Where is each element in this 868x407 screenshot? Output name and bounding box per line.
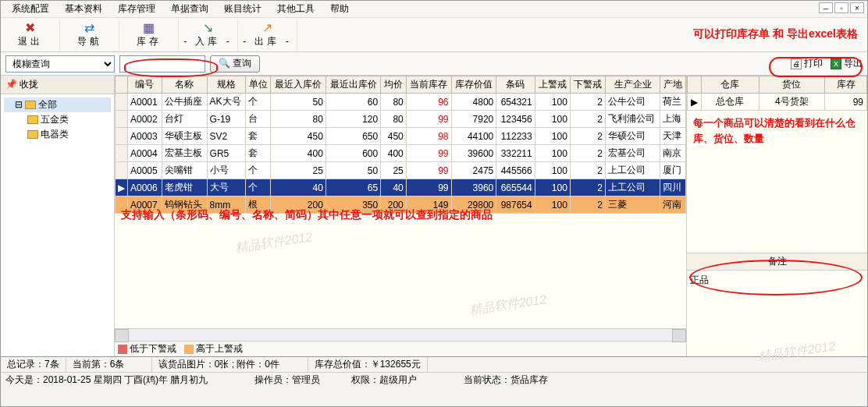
left-header[interactable]: 📌 收拢 bbox=[1, 76, 114, 94]
menubar: 系统配置基本资料库存管理单据查询账目统计其他工具帮助 bbox=[1, 1, 867, 18]
status-page: 当前第：6条 bbox=[66, 357, 152, 372]
menu-item[interactable]: 其他工具 bbox=[269, 0, 322, 18]
status-value: 库存总价值：￥132655元 bbox=[308, 357, 428, 372]
right-panel: 仓库货位库存▶总仓库4号货架99 每一个商品可以清楚的看到在什么仓库、货位、数量… bbox=[686, 76, 867, 356]
table-row[interactable]: A0003华硕主板SV2套45065045098441001122331002华… bbox=[116, 128, 686, 145]
close-button[interactable]: × bbox=[850, 2, 864, 13]
status-bar-2: 今天是：2018-01-25 星期四 丁酉(鸡)年 腊月初九 操作员：管理员 权… bbox=[1, 372, 867, 388]
annotation-top-right: 可以打印库存单 和 导出excel表格 bbox=[693, 27, 858, 41]
toolbar-button[interactable]: ▦库存 bbox=[119, 19, 179, 51]
tree-root[interactable]: ⊟ 全部 bbox=[4, 97, 111, 112]
restore-button[interactable]: ▫ bbox=[834, 2, 848, 13]
col-header[interactable]: 编号 bbox=[128, 76, 162, 94]
window-controls: – ▫ × bbox=[819, 2, 864, 13]
col-header[interactable]: 均价 bbox=[381, 76, 407, 94]
left-panel: 📌 收拢 ⊟ 全部 五金类电器类 bbox=[1, 76, 115, 356]
legend-bar: 低于下警戒 高于上警戒 bbox=[115, 341, 686, 356]
col-header[interactable]: 仓库 bbox=[702, 76, 760, 94]
menu-item[interactable]: 帮助 bbox=[322, 0, 357, 18]
col-header[interactable]: 库存价值 bbox=[451, 76, 496, 94]
table-row[interactable]: ▶总仓库4号货架99 bbox=[688, 94, 867, 111]
toolbar-label: 退出 bbox=[18, 35, 43, 48]
col-header[interactable]: 货位 bbox=[759, 76, 824, 94]
status-date: 今天是：2018-01-25 星期四 丁酉(鸡)年 腊月初九 bbox=[5, 373, 208, 387]
col-header[interactable]: 下警戒 bbox=[570, 76, 605, 94]
status-bar-1: 总记录：7条 当前第：6条 该货品图片：0张 ; 附件：0件 库存总价值：￥13… bbox=[1, 356, 867, 372]
tree-node[interactable]: 五金类 bbox=[4, 112, 111, 127]
circle-notes bbox=[689, 260, 863, 296]
col-header[interactable]: 生产企业 bbox=[606, 76, 660, 94]
menu-item[interactable]: 基本资料 bbox=[57, 0, 110, 18]
toolbar-icon: ↘ bbox=[203, 22, 213, 34]
content-area: 📌 收拢 ⊟ 全部 五金类电器类 编号名称规格单位最近入库价最近出库价均价当前库… bbox=[1, 76, 867, 356]
toolbar-label: 库存 bbox=[137, 35, 162, 48]
toolbar-label: - 出库 - bbox=[243, 35, 292, 48]
status-state: 当前状态：货品库存 bbox=[464, 373, 548, 387]
status-operator: 操作员：管理员 bbox=[254, 373, 320, 387]
toolbar-button[interactable]: ↘- 入库 - bbox=[179, 19, 238, 51]
menu-item[interactable]: 系统配置 bbox=[4, 0, 57, 18]
toolbar-label: - 入库 - bbox=[183, 35, 233, 48]
tree-node[interactable]: 电器类 bbox=[4, 127, 111, 142]
col-header[interactable]: 条码 bbox=[496, 76, 535, 94]
legend-low: 低于下警戒 bbox=[118, 342, 176, 356]
col-header[interactable]: 当前库存 bbox=[406, 76, 451, 94]
toolbar-icon: ⇄ bbox=[84, 22, 94, 34]
search-mode-select[interactable]: 模糊查询 bbox=[5, 55, 115, 73]
col-header[interactable]: 库存 bbox=[825, 76, 867, 94]
legend-high: 高于上警戒 bbox=[184, 342, 243, 356]
table-row[interactable]: A0004宏基主板GR5套40060040099396003322111002宏… bbox=[116, 145, 686, 162]
inventory-grid[interactable]: 编号名称规格单位最近入库价最近出库价均价当前库存库存价值条码上警戒下警戒生产企业… bbox=[115, 76, 686, 214]
circle-print-export bbox=[769, 57, 863, 77]
table-row[interactable]: A0005尖嘴钳小号个2550259924754455661002上工公司厦门 bbox=[116, 162, 686, 179]
col-header[interactable]: 规格 bbox=[207, 76, 245, 94]
toolbar-button[interactable]: ⇄导航 bbox=[60, 19, 119, 51]
toolbar-icon: ✖ bbox=[25, 22, 35, 34]
table-row[interactable]: A0002台灯G-19台80120809979201234561002飞利浦公司… bbox=[116, 111, 686, 128]
status-attach: 该货品图片：0张 ; 附件：0件 bbox=[152, 357, 308, 372]
location-grid[interactable]: 仓库货位库存▶总仓库4号货架99 bbox=[687, 76, 867, 111]
menu-item[interactable]: 库存管理 bbox=[110, 0, 163, 18]
col-header[interactable]: 单位 bbox=[245, 76, 271, 94]
table-row[interactable]: A0001公牛插座AK大号个5060809648006543211002公牛公司… bbox=[116, 94, 686, 111]
col-header[interactable]: 产地 bbox=[660, 76, 686, 94]
table-row[interactable]: ▶A0006老虎钳大号个4065409939606655441002上工公司四川 bbox=[116, 179, 686, 196]
toolbar-icon: ▦ bbox=[143, 22, 155, 34]
toolbar-label: 导航 bbox=[77, 35, 102, 48]
toolbar-button[interactable]: ✖退出 bbox=[1, 19, 60, 51]
menu-item[interactable]: 账目统计 bbox=[216, 0, 269, 18]
hscrollbar[interactable] bbox=[115, 328, 686, 341]
status-total: 总记录：7条 bbox=[1, 357, 66, 372]
status-privilege: 权限：超级用户 bbox=[351, 373, 417, 387]
toolbar-button[interactable]: ↗- 出库 - bbox=[238, 19, 297, 51]
category-tree: ⊟ 全部 五金类电器类 bbox=[1, 94, 114, 356]
circle-search bbox=[124, 58, 218, 77]
menu-item[interactable]: 单据查询 bbox=[163, 0, 216, 18]
main-grid-panel: 编号名称规格单位最近入库价最近出库价均价当前库存库存价值条码上警戒下警戒生产企业… bbox=[115, 76, 686, 356]
col-header[interactable]: 最近出库价 bbox=[326, 76, 380, 94]
annotation-right: 每一个商品可以清楚的看到在什么仓库、货位、数量 bbox=[687, 111, 867, 150]
minimize-button[interactable]: – bbox=[819, 2, 833, 13]
col-header[interactable]: 名称 bbox=[162, 76, 207, 94]
col-header[interactable]: 最近入库价 bbox=[271, 76, 326, 94]
annotation-search-tip: 支持输入（条形码、编号、名称、简码）其中任意一项就可以查到指定的商品 bbox=[121, 208, 493, 222]
toolbar-icon: ↗ bbox=[262, 22, 272, 34]
col-header[interactable]: 上警戒 bbox=[535, 76, 570, 94]
